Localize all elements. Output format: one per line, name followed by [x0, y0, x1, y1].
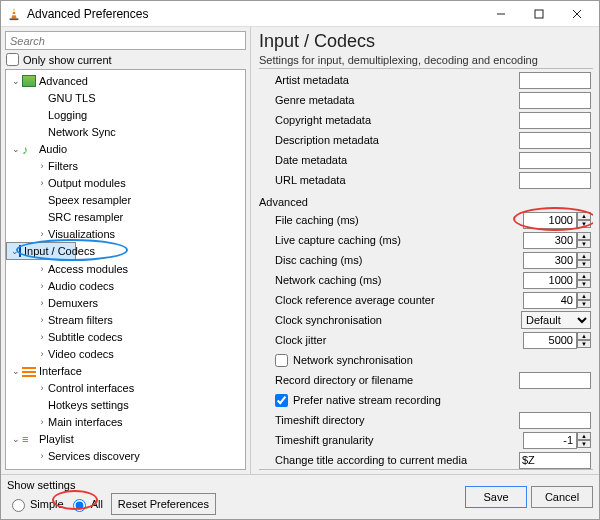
interface-icon	[22, 365, 36, 377]
label-network-caching: Network caching (ms)	[275, 274, 523, 286]
window-title: Advanced Preferences	[27, 7, 485, 21]
spin-network-caching[interactable]: ▲▼	[523, 272, 591, 289]
only-show-current[interactable]: Only show current	[5, 53, 246, 66]
stream-output-icon	[22, 467, 36, 471]
label-artist: Artist metadata	[275, 74, 519, 86]
select-clock-sync[interactable]: Default	[521, 311, 591, 329]
input-date[interactable]	[519, 152, 591, 169]
tree-main-interfaces[interactable]: ›Main interfaces	[6, 413, 245, 430]
label-change-title: Change title according to current media	[275, 454, 519, 466]
svg-rect-2	[12, 14, 16, 15]
tree-audio-codecs[interactable]: ›Audio codecs	[6, 277, 245, 294]
tree-video-codecs[interactable]: ›Video codecs	[6, 345, 245, 362]
only-show-current-checkbox[interactable]	[6, 53, 19, 66]
label-record-dir: Record directory or filename	[275, 374, 519, 386]
input-description[interactable]	[519, 132, 591, 149]
label-network-sync: Network synchronisation	[293, 354, 591, 366]
tree-access-modules[interactable]: ›Access modules	[6, 260, 245, 277]
input-codecs-icon	[19, 245, 21, 257]
tree-filters[interactable]: ›Filters	[6, 157, 245, 174]
input-artist[interactable]	[519, 72, 591, 89]
save-button[interactable]: Save	[465, 486, 527, 508]
tree-gnutls[interactable]: ›GNU TLS	[6, 89, 245, 106]
minimize-button[interactable]	[485, 1, 523, 26]
tree-hotkeys[interactable]: ›Hotkeys settings	[6, 396, 245, 413]
input-record-dir[interactable]	[519, 372, 591, 389]
label-date: Date metadata	[275, 154, 519, 166]
settings-form[interactable]: Artist metadata Genre metadata Copyright…	[259, 68, 593, 470]
tree-playlist[interactable]: ⌄Playlist	[6, 430, 245, 447]
radio-all[interactable]: All	[68, 496, 103, 512]
tree-speex[interactable]: ›Speex resampler	[6, 191, 245, 208]
spin-clock-jitter[interactable]: ▲▼	[523, 332, 591, 349]
spin-disc-caching[interactable]: ▲▼	[523, 252, 591, 269]
tree-logging[interactable]: ›Logging	[6, 106, 245, 123]
reset-preferences-button[interactable]: Reset Preferences	[111, 493, 216, 515]
svg-rect-1	[12, 10, 15, 11]
input-change-title[interactable]	[519, 452, 591, 469]
label-prefer-native: Prefer native stream recording	[293, 394, 591, 406]
cancel-button[interactable]: Cancel	[531, 486, 593, 508]
tree-advanced[interactable]: ⌄Advanced	[6, 72, 245, 89]
tree-stream-filters[interactable]: ›Stream filters	[6, 311, 245, 328]
tree-control-interfaces[interactable]: ›Control interfaces	[6, 379, 245, 396]
label-genre: Genre metadata	[275, 94, 519, 106]
right-panel: Input / Codecs Settings for input, demul…	[251, 27, 599, 474]
page-title: Input / Codecs	[259, 31, 593, 52]
tree-output-modules[interactable]: ›Output modules	[6, 174, 245, 191]
tree-stream-output[interactable]: ⌄Stream output	[6, 464, 245, 470]
tree-services-discovery[interactable]: ›Services discovery	[6, 447, 245, 464]
tree-subtitle-codecs[interactable]: ›Subtitle codecs	[6, 328, 245, 345]
spin-clock-avg[interactable]: ▲▼	[523, 292, 591, 309]
spin-timeshift-gran[interactable]: ▲▼	[523, 432, 591, 449]
input-file-caching[interactable]	[523, 212, 577, 229]
left-panel: Only show current ⌄Advanced ›GNU TLS ›Lo…	[1, 27, 251, 474]
show-settings-label: Show settings	[7, 479, 461, 491]
radio-simple[interactable]: Simple	[7, 496, 64, 512]
input-genre[interactable]	[519, 92, 591, 109]
section-advanced: Advanced	[259, 196, 591, 208]
spin-live-caching[interactable]: ▲▼	[523, 232, 591, 249]
spin-down-icon[interactable]: ▼	[577, 220, 591, 228]
tree-interface[interactable]: ⌄Interface	[6, 362, 245, 379]
tree-src[interactable]: ›SRC resampler	[6, 208, 245, 225]
page-subtitle: Settings for input, demultiplexing, deco…	[259, 54, 593, 66]
svg-rect-0	[10, 18, 19, 20]
settings-icon	[22, 75, 36, 87]
advanced-preferences-window: Advanced Preferences Only show current ⌄…	[0, 0, 600, 520]
label-description: Description metadata	[275, 134, 519, 146]
vlc-cone-icon	[7, 7, 21, 21]
spin-up-icon[interactable]: ▲	[577, 212, 591, 220]
tree-audio[interactable]: ⌄Audio	[6, 140, 245, 157]
label-url: URL metadata	[275, 174, 519, 186]
label-copyright: Copyright metadata	[275, 114, 519, 126]
prefs-tree[interactable]: ⌄Advanced ›GNU TLS ›Logging ›Network Syn…	[5, 69, 246, 470]
search-input[interactable]	[5, 31, 246, 50]
tree-demuxers[interactable]: ›Demuxers	[6, 294, 245, 311]
label-file-caching: File caching (ms)	[275, 214, 523, 226]
input-copyright[interactable]	[519, 112, 591, 129]
footer: Show settings Simple All Reset Preferenc…	[1, 474, 599, 519]
tree-input-codecs[interactable]: ⌄Input / Codecs	[6, 242, 76, 260]
playlist-icon	[22, 433, 36, 445]
tree-network-sync[interactable]: ›Network Sync	[6, 123, 245, 140]
maximize-button[interactable]	[523, 1, 561, 26]
close-button[interactable]	[561, 1, 599, 26]
audio-icon	[22, 143, 36, 155]
input-url[interactable]	[519, 172, 591, 189]
label-clock-jitter: Clock jitter	[275, 334, 523, 346]
label-clock-avg: Clock reference average counter	[275, 294, 523, 306]
checkbox-prefer-native[interactable]	[275, 394, 288, 407]
checkbox-network-sync[interactable]	[275, 354, 288, 367]
label-live-caching: Live capture caching (ms)	[275, 234, 523, 246]
label-timeshift-gran: Timeshift granularity	[275, 434, 523, 446]
label-timeshift-dir: Timeshift directory	[275, 414, 519, 426]
label-clock-sync: Clock synchronisation	[275, 314, 521, 326]
label-disc-caching: Disc caching (ms)	[275, 254, 523, 266]
spin-file-caching[interactable]: ▲▼	[523, 212, 591, 229]
svg-rect-4	[535, 10, 543, 18]
tree-visualizations[interactable]: ›Visualizations	[6, 225, 245, 242]
input-timeshift-dir[interactable]	[519, 412, 591, 429]
titlebar: Advanced Preferences	[1, 1, 599, 27]
